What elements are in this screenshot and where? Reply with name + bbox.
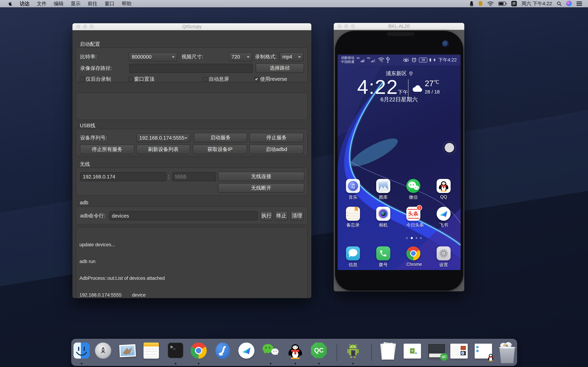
zoom-button[interactable] (351, 24, 355, 28)
dock-terminal[interactable]: >_ (168, 342, 184, 359)
wechat-icon[interactable] (406, 179, 420, 193)
checkbox-use-reverse[interactable]: ✔ 使用reverse (254, 76, 287, 83)
notification-center-icon[interactable] (576, 1, 582, 6)
adb-stop-button[interactable]: 终止 (275, 211, 288, 221)
menu-view[interactable]: 显示 (71, 0, 80, 7)
input-method-icon[interactable]: 拼 (511, 1, 517, 6)
checkbox-auto-screen-off[interactable]: 自动息屏 (203, 76, 229, 83)
assistive-ball[interactable] (443, 141, 456, 154)
dock-scrcpy-android[interactable] (345, 342, 361, 359)
apple-menu-icon[interactable] (8, 1, 13, 6)
menu-help[interactable]: 帮助 (122, 0, 131, 7)
record-path-input[interactable] (129, 64, 253, 73)
checkbox-box[interactable] (203, 77, 208, 82)
choose-path-button[interactable]: 选择路径 (256, 63, 304, 73)
adb-log-output[interactable]: update devices... adb run AdbProcess::ou… (76, 227, 308, 298)
dock-finder[interactable] (73, 342, 90, 359)
refresh-device-list-button[interactable]: 刷新设备列表 (137, 145, 190, 154)
menu-file[interactable]: 文件 (37, 0, 47, 7)
dock-minimized-window-qq[interactable] (475, 342, 491, 359)
checkbox-box[interactable] (80, 77, 85, 82)
adb-command-input[interactable] (109, 211, 258, 220)
minimize-button[interactable] (344, 24, 348, 28)
dock-qtcreator[interactable]: QC (311, 342, 328, 359)
app-feishu[interactable]: 飞书 (437, 207, 451, 228)
close-button[interactable] (76, 25, 80, 29)
wireless-disconnect-button[interactable]: 无线断开 (218, 183, 304, 193)
app-dialer[interactable]: 拨号 (376, 246, 390, 267)
qq-status-icon[interactable] (469, 1, 474, 6)
feishu-icon[interactable] (437, 207, 451, 221)
menu-go[interactable]: 前往 (88, 0, 97, 7)
messages-icon[interactable] (346, 246, 360, 260)
checkbox-box-checked[interactable]: ✔ (254, 77, 259, 82)
stop-all-services-button[interactable]: 停止所有服务 (80, 145, 134, 154)
weather-temp[interactable]: 27℃ (425, 79, 439, 88)
qq-icon[interactable] (437, 179, 451, 193)
app-messages[interactable]: 信息 (346, 246, 360, 267)
dock-qq[interactable] (287, 342, 304, 359)
checkbox-background-record[interactable]: 仅后台录制 (80, 76, 111, 83)
chrome-icon[interactable] (406, 246, 420, 260)
memo-icon[interactable] (346, 207, 360, 221)
get-device-ip-button[interactable]: 获取设备IP (193, 145, 247, 154)
camera-icon[interactable] (376, 207, 390, 221)
app-music[interactable]: ♫ 音乐 (346, 179, 360, 200)
app-settings[interactable]: 设置 (437, 246, 451, 267)
battery-icon[interactable] (498, 1, 507, 6)
dock-minimized-window-qtcreator[interactable]: QC (428, 342, 445, 359)
phone-screen[interactable]: 优酷移动 中国联通 3G 4G (337, 55, 461, 270)
menu-finder[interactable]: 访达 (20, 0, 30, 7)
bitrate-combobox[interactable]: 8000000 (129, 52, 177, 61)
checkbox-window-on-top[interactable]: 窗口置顶 (128, 76, 154, 83)
qtscrcpy-titlebar[interactable]: QtScrcpy (72, 23, 311, 30)
close-button[interactable] (337, 24, 342, 28)
stop-service-button[interactable]: 停止服务 (249, 133, 304, 142)
video-size-combobox[interactable]: 720 (229, 52, 252, 61)
menu-edit[interactable]: 编辑 (54, 0, 63, 7)
dock-feishu[interactable] (238, 342, 255, 359)
dock-minimized-window-chrome[interactable]: 坤 (404, 342, 420, 359)
minimize-button[interactable] (83, 25, 87, 29)
menu-clock[interactable]: 周六 下午4:22 (521, 0, 552, 7)
location-widget[interactable]: 浦东新区 (337, 70, 461, 77)
adb-run-button[interactable]: 执行 (260, 211, 273, 221)
app-chrome[interactable]: Chrome (406, 246, 420, 267)
dock-mail[interactable] (120, 342, 136, 359)
dock-seal-app[interactable] (216, 342, 232, 359)
dock-trash[interactable] (498, 342, 515, 359)
app-camera[interactable]: 相机 (376, 207, 390, 228)
wireless-port-input[interactable] (172, 172, 216, 181)
wireless-connect-button[interactable]: 无线连接 (218, 172, 304, 181)
adb-clear-button[interactable]: 清理 (291, 211, 303, 221)
wifi-icon[interactable] (487, 1, 494, 6)
gallery-icon[interactable] (376, 179, 390, 193)
dock-launchpad[interactable] (95, 342, 112, 359)
siri-icon[interactable] (566, 1, 572, 6)
record-format-combobox[interactable]: mp4 (279, 52, 303, 61)
dock-wechat[interactable] (262, 342, 279, 359)
shield-status-icon[interactable] (478, 1, 483, 6)
spotlight-icon[interactable] (557, 1, 562, 6)
settings-gear-icon[interactable] (437, 246, 451, 260)
start-adbd-button[interactable]: 启动adbd (249, 145, 304, 154)
app-gallery[interactable]: 图库 (376, 179, 390, 200)
dock-notes[interactable] (144, 342, 160, 359)
menu-window[interactable]: 窗口 (105, 0, 114, 7)
dialer-icon[interactable] (376, 246, 390, 260)
clock-widget-time[interactable]: 4:22 (357, 75, 398, 98)
app-toutiao[interactable]: 头条 1 今日头条 (406, 207, 420, 228)
dock-chrome[interactable] (190, 342, 207, 359)
clock-widget-date[interactable]: 6月22日星期六 (337, 96, 461, 103)
app-wechat[interactable]: 微信 (406, 179, 420, 200)
zoom-button[interactable] (90, 25, 94, 29)
wireless-ip-input[interactable] (80, 172, 166, 181)
dock-document-stack[interactable] (380, 342, 396, 359)
checkbox-box[interactable] (128, 77, 133, 82)
device-serial-combobox[interactable]: 192.168.0.174:5555 (137, 133, 190, 142)
music-icon[interactable]: ♫ (346, 179, 360, 193)
toutiao-icon[interactable]: 头条 1 (406, 207, 420, 221)
dock-minimized-window-chrome2[interactable] (450, 342, 467, 359)
app-qq[interactable]: QQ (437, 179, 451, 200)
app-memo[interactable]: 备忘录 (346, 207, 360, 228)
